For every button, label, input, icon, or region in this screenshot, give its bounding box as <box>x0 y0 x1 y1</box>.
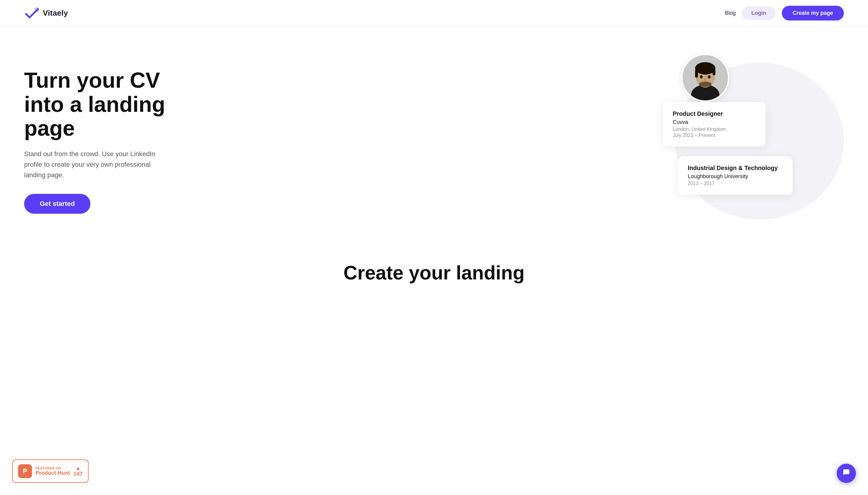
svg-point-9 <box>708 75 710 79</box>
hero-subtitle: Stand out from the crowd. Use your Linke… <box>24 149 169 181</box>
svg-rect-12 <box>699 83 711 86</box>
card2-company: Loughborough University <box>688 173 783 180</box>
logo[interactable]: Vitaely <box>24 7 68 19</box>
svg-point-8 <box>700 75 702 79</box>
logo-icon <box>24 7 40 19</box>
get-started-button[interactable]: Get started <box>24 194 90 214</box>
login-button[interactable]: Login <box>742 6 776 20</box>
svg-rect-6 <box>695 69 698 78</box>
education-card: Industrial Design & Technology Loughboro… <box>678 156 793 195</box>
section-peek-title: Create your landing <box>24 262 844 284</box>
experience-card: Product Designer Cuvva London, United Ki… <box>663 102 765 147</box>
nav-right: Blog Login Create my page <box>725 6 844 20</box>
hero-title: Turn your CV into a landing page <box>24 68 199 140</box>
card1-company: Cuvva <box>673 119 756 125</box>
hero-illustration: Product Designer Cuvva London, United Ki… <box>663 54 844 228</box>
avatar-image <box>683 55 728 100</box>
section-peek: Create your landing <box>0 250 868 284</box>
navbar: Vitaely Blog Login Create my page <box>0 0 868 27</box>
card2-date: 2013 – 2017 <box>688 181 783 186</box>
blog-link[interactable]: Blog <box>725 10 736 16</box>
card1-title: Product Designer <box>673 110 756 117</box>
hero-section: Turn your CV into a landing page Stand o… <box>0 27 868 250</box>
logo-text: Vitaely <box>43 8 68 18</box>
hero-content: Turn your CV into a landing page Stand o… <box>24 68 199 214</box>
card2-title: Industrial Design & Technology <box>688 165 783 172</box>
card1-location: London, United Kingdom <box>673 126 756 132</box>
card1-date: July 2021 – Present <box>673 133 756 138</box>
create-page-button[interactable]: Create my page <box>782 6 844 20</box>
svg-point-5 <box>695 62 715 74</box>
svg-point-10 <box>704 79 707 81</box>
svg-rect-7 <box>712 69 715 76</box>
avatar <box>681 54 729 102</box>
